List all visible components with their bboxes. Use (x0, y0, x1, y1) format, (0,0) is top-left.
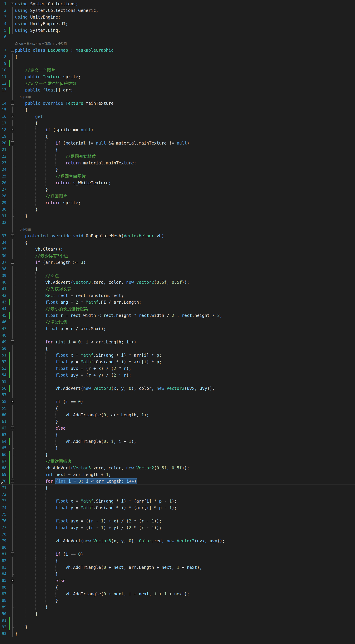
code-line[interactable]: 66 } (0, 451, 355, 458)
code-line[interactable]: 55 (0, 378, 355, 385)
codelens-row[interactable]: Unity 脚本(1 个资产引用)|0 个引用 (0, 40, 355, 47)
code-line[interactable]: 27 } (0, 186, 355, 193)
code-line[interactable]: 57 (0, 392, 355, 398)
code-line[interactable]: 63 { (0, 432, 355, 438)
code-line[interactable]: 29 return sprite; (0, 199, 355, 206)
code-line[interactable]: 12 //定义一个属性的值得数组 (0, 80, 355, 87)
code-line[interactable]: 13 public float[] arr; (0, 87, 355, 93)
fold-collapse-icon[interactable] (11, 48, 14, 52)
code-line[interactable]: 9 (0, 60, 355, 67)
code-line[interactable]: 89 } (0, 604, 355, 610)
code-line[interactable]: 23 return material.mainTexture; (0, 160, 355, 166)
code-line[interactable]: 6 (0, 34, 355, 40)
fold-collapse-icon[interactable] (11, 400, 14, 403)
code-line[interactable]: 32 (0, 219, 355, 226)
fold-collapse-icon[interactable] (11, 234, 14, 237)
code-line[interactable]: 59 { (0, 405, 355, 412)
code-line[interactable]: 26 return s_WhiteTexture; (0, 180, 355, 186)
fold-collapse-icon[interactable] (11, 426, 14, 430)
code-line[interactable]: 21 { (0, 146, 355, 153)
code-line[interactable]: 14 public override Texture mainTexture (0, 100, 355, 106)
code-line[interactable]: 92 } (0, 624, 355, 630)
codelens-references-link[interactable]: 0 个引用 (20, 94, 31, 100)
code-line[interactable]: 69 int next = arr.Length + 1; (0, 471, 355, 478)
code-line[interactable]: 10 //定义一个图片 (0, 67, 355, 73)
code-line[interactable]: 43 float ang = 2 * Mathf.PI / arr.Length… (0, 299, 355, 306)
code-line[interactable]: 88 } (0, 597, 355, 604)
code-line[interactable]: 3using UnityEngine; (0, 14, 355, 20)
code-line[interactable]: 31 } (0, 212, 355, 219)
code-line[interactable]: 74 float y = Mathf.Cos(ang * i) * (arr[i… (0, 504, 355, 511)
fold-collapse-icon[interactable] (11, 142, 14, 144)
code-line[interactable]: 76 float uvx = ((r - 1) + x) / (2 * (r -… (0, 518, 355, 524)
codelens-references-link[interactable]: 0 个引用 (20, 226, 31, 233)
code-line[interactable]: 41 //为获得长宽 (0, 286, 355, 292)
code-line[interactable]: 70 for (int i = 0; i < arr.Length; i++) (0, 478, 355, 484)
code-line[interactable]: 15 { (0, 106, 355, 113)
code-line[interactable]: 50 { (0, 345, 355, 352)
code-line[interactable]: 78 (0, 531, 355, 538)
code-line[interactable]: 25 //返回空白图片 (0, 173, 355, 180)
code-line[interactable]: 71 { (0, 484, 355, 491)
code-line[interactable]: 28 //返回图片 (0, 193, 355, 199)
code-line[interactable]: 33 protected override void OnPopulateMes… (0, 232, 355, 239)
code-line[interactable]: 24 } (0, 166, 355, 173)
code-line[interactable]: 83 vh.AddTriangle(0 + next, arr.Length +… (0, 564, 355, 571)
code-line[interactable]: 39 //圆点 (0, 272, 355, 279)
fold-collapse-icon[interactable] (11, 128, 14, 131)
code-line[interactable]: 36 //最少得有3个边 (0, 252, 355, 259)
code-line[interactable]: 81 if (i == 0) (0, 551, 355, 557)
codelens-row[interactable]: 0 个引用 (0, 226, 355, 232)
code-line[interactable]: 54 float uvy = (r + y) / (2 * r); (0, 372, 355, 378)
code-line[interactable]: 42 Rect rect = rectTransform.rect; (0, 292, 355, 299)
code-line[interactable]: 5using System.Linq; (0, 27, 355, 34)
code-line[interactable]: 77 float uvy = ((r - 1) + y) / (2 * (r -… (0, 524, 355, 531)
code-line[interactable]: 38 { (0, 266, 355, 272)
code-line[interactable]: 34 { (0, 239, 355, 246)
fold-collapse-icon[interactable] (11, 115, 14, 118)
code-line[interactable]: 22 //返回初始材质 (0, 153, 355, 160)
code-line[interactable]: 17 { (0, 120, 355, 126)
fold-collapse-icon[interactable] (11, 552, 14, 556)
code-line[interactable]: 91 (0, 617, 355, 624)
code-line[interactable]: 86 { (0, 584, 355, 590)
code-line[interactable]: 75 (0, 511, 355, 518)
code-line[interactable]: 73 float x = Mathf.Sin(ang * i) * (arr[i… (0, 498, 355, 504)
code-line[interactable]: 7public class LeoDaMap : MaskableGraphic (0, 47, 355, 54)
code-line[interactable]: 35 vh.Clear(); (0, 246, 355, 252)
fold-collapse-icon[interactable] (11, 102, 14, 104)
code-line[interactable]: 19 { (0, 133, 355, 140)
code-line[interactable]: 44 //最小的长度进行渲染 (0, 306, 355, 312)
codelens-unity-link[interactable]: Unity 脚本(1 个资产引用) (19, 40, 51, 47)
code-line[interactable]: 56 vh.AddVert(new Vector3(x, y, 0), colo… (0, 385, 355, 392)
code-line[interactable]: 82 { (0, 557, 355, 564)
code-line[interactable]: 8{ (0, 54, 355, 60)
fold-collapse-icon[interactable] (11, 2, 14, 5)
code-line[interactable]: 1using System.Collections; (0, 0, 355, 7)
code-line[interactable]: 64 vh.AddTriangle(0, i, i + 1); (0, 438, 355, 445)
code-line[interactable]: 80 (0, 544, 355, 551)
code-line[interactable]: 72 (0, 491, 355, 498)
code-line[interactable]: 84 } (0, 571, 355, 577)
code-line[interactable]: 48 (0, 332, 355, 338)
code-line[interactable]: 16 get (0, 113, 355, 120)
code-line[interactable]: 62 else (0, 425, 355, 432)
code-line[interactable]: 45 float r = rect.width < rect.height ? … (0, 312, 355, 319)
codelens-row[interactable]: 0 个引用 (0, 93, 355, 100)
codelens-references-link[interactable]: 0 个引用 (56, 40, 67, 47)
code-line[interactable]: 11 public Texture sprite; (0, 73, 355, 80)
code-line[interactable]: 68 vh.AddVert(Vector3.zero, color, new V… (0, 464, 355, 471)
code-line[interactable]: 93} (0, 630, 355, 637)
code-line[interactable]: 4using UnityEngine.UI; (0, 20, 355, 27)
code-line[interactable]: 49 for (int i = 0; i < arr.Length; i++) (0, 338, 355, 345)
code-line[interactable]: 85 else (0, 577, 355, 584)
code-line[interactable]: 87 vh.AddTriangle(0 + next, i + next, i … (0, 590, 355, 597)
fold-collapse-icon[interactable] (11, 480, 14, 482)
fold-collapse-icon[interactable] (11, 261, 14, 264)
code-line[interactable]: 65 } (0, 445, 355, 451)
code-line[interactable]: 46 //渲染比例 (0, 319, 355, 325)
code-line[interactable]: 2using System.Collections.Generic; (0, 7, 355, 14)
fold-collapse-icon[interactable] (11, 340, 14, 343)
code-line[interactable]: 67 //雷达图描边 (0, 458, 355, 464)
code-line[interactable]: 53 float uvx = (r + x) / (2 * r); (0, 365, 355, 372)
